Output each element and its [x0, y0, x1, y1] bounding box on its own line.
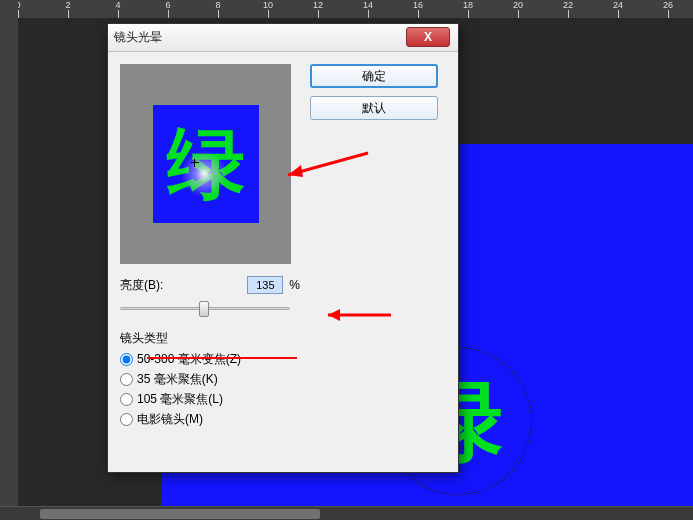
- lens-option-label: 电影镜头(M): [137, 411, 203, 428]
- lens-option-3[interactable]: 电影镜头(M): [120, 411, 300, 428]
- ruler-label: 8: [215, 0, 220, 10]
- lens-radio-0[interactable]: [120, 353, 133, 366]
- brightness-input[interactable]: [247, 276, 283, 294]
- ruler-tick: [218, 10, 219, 18]
- ruler-tick: [318, 10, 319, 18]
- ruler-label: 4: [115, 0, 120, 10]
- ruler-horizontal: 02468101214161820222426: [0, 0, 693, 18]
- ruler-tick: [418, 10, 419, 18]
- dialog-title: 镜头光晕: [114, 29, 162, 46]
- preview-glyph: 绿: [167, 112, 245, 217]
- ruler-label: 18: [463, 0, 473, 10]
- close-button[interactable]: X: [406, 27, 450, 47]
- ruler-label: 26: [663, 0, 673, 10]
- ruler-tick: [368, 10, 369, 18]
- percent-label: %: [289, 278, 300, 292]
- lens-radio-3[interactable]: [120, 413, 133, 426]
- lens-option-label: 35 毫米聚焦(K): [137, 371, 218, 388]
- lens-flare-dialog: 镜头光晕 X 绿 亮度(B): %: [107, 23, 459, 473]
- ruler-vertical: [0, 0, 18, 520]
- ruler-tick: [518, 10, 519, 18]
- preview-image: 绿: [153, 105, 259, 223]
- brightness-label: 亮度(B):: [120, 277, 163, 294]
- ruler-tick: [168, 10, 169, 18]
- slider-thumb[interactable]: [199, 301, 209, 317]
- ruler-label: 24: [613, 0, 623, 10]
- lens-option-label: 50-300 毫米变焦(Z): [137, 351, 241, 368]
- ruler-tick: [618, 10, 619, 18]
- ruler-tick: [468, 10, 469, 18]
- lens-option-label: 105 毫米聚焦(L): [137, 391, 223, 408]
- lens-type-label: 镜头类型: [120, 330, 300, 347]
- ruler-label: 22: [563, 0, 573, 10]
- ruler-tick: [668, 10, 669, 18]
- ruler-label: 2: [65, 0, 70, 10]
- lens-option-2[interactable]: 105 毫米聚焦(L): [120, 391, 300, 408]
- ruler-label: 6: [165, 0, 170, 10]
- ruler-tick: [18, 10, 19, 18]
- lens-option-0[interactable]: 50-300 毫米变焦(Z): [120, 351, 300, 368]
- ruler-label: 14: [363, 0, 373, 10]
- close-icon: X: [424, 30, 432, 44]
- ruler-label: 10: [263, 0, 273, 10]
- ruler-tick: [268, 10, 269, 18]
- annotation-underline: [147, 357, 297, 359]
- lens-option-1[interactable]: 35 毫米聚焦(K): [120, 371, 300, 388]
- ruler-tick: [68, 10, 69, 18]
- flare-center-crosshair[interactable]: [191, 159, 199, 167]
- ruler-label: 12: [313, 0, 323, 10]
- ruler-tick: [568, 10, 569, 18]
- titlebar[interactable]: 镜头光晕 X: [108, 24, 458, 52]
- lens-radio-2[interactable]: [120, 393, 133, 406]
- ruler-label: 20: [513, 0, 523, 10]
- brightness-slider[interactable]: [120, 298, 290, 318]
- preview-panel[interactable]: 绿: [120, 64, 291, 264]
- ruler-tick: [118, 10, 119, 18]
- defaults-button[interactable]: 默认: [310, 96, 438, 120]
- lens-radio-1[interactable]: [120, 373, 133, 386]
- horizontal-scrollbar[interactable]: [0, 506, 693, 520]
- scrollbar-thumb[interactable]: [40, 509, 320, 519]
- ruler-label: 16: [413, 0, 423, 10]
- ok-button[interactable]: 确定: [310, 64, 438, 88]
